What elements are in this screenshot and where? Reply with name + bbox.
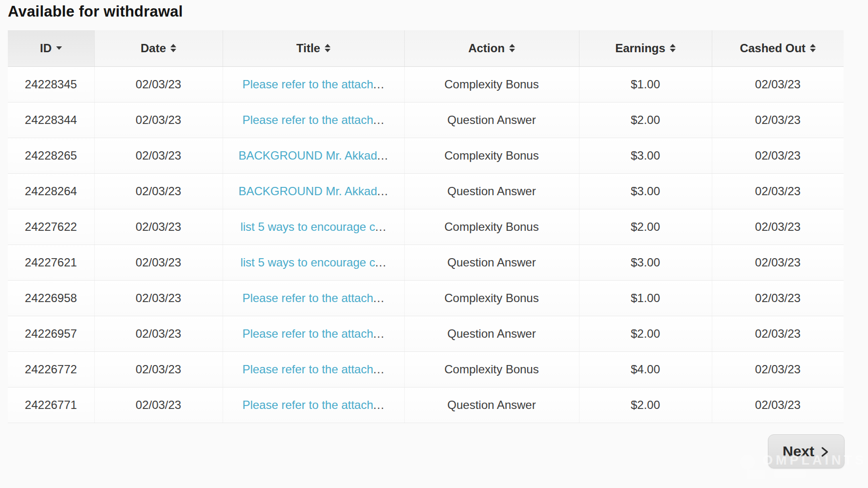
title-link[interactable]: Please refer to the attach... <box>242 291 384 305</box>
column-header-id[interactable]: ID <box>8 30 94 66</box>
column-header-date[interactable]: Date <box>94 30 223 66</box>
id-cell: 24226957 <box>8 316 94 351</box>
watermark-fragment <box>747 470 765 479</box>
date-cell: 02/03/23 <box>94 102 223 138</box>
table-row: 2422826502/03/23BACKGROUND Mr. Akkad...C… <box>8 138 844 173</box>
table-row: 2422695802/03/23Please refer to the atta… <box>8 280 844 316</box>
cashed-out-cell: 02/03/23 <box>712 244 844 280</box>
date-cell: 02/03/23 <box>94 351 223 387</box>
action-cell: Question Answer <box>404 316 579 351</box>
sort-both-icon <box>810 44 816 52</box>
title-ellipsis: ... <box>373 398 385 411</box>
title-link[interactable]: BACKGROUND Mr. Akkad... <box>238 184 388 198</box>
title-cell: list 5 ways to encourage c... <box>223 244 404 280</box>
earnings-cell: $1.00 <box>579 280 712 316</box>
title-link[interactable]: list 5 ways to encourage c... <box>240 220 386 233</box>
title-cell: list 5 ways to encourage c... <box>223 209 404 244</box>
date-cell: 02/03/23 <box>94 244 223 280</box>
table-row: 2422762202/03/23list 5 ways to encourage… <box>8 209 844 244</box>
id-cell: 24226772 <box>8 351 94 387</box>
id-cell: 24228345 <box>8 66 94 102</box>
action-cell: Question Answer <box>404 102 579 138</box>
page-title: Available for withdrawal <box>8 3 183 20</box>
chevron-right-icon <box>819 447 830 457</box>
title-cell: Please refer to the attach... <box>223 102 404 138</box>
title-link[interactable]: Please refer to the attach... <box>242 327 384 340</box>
action-cell: Complexity Bonus <box>404 209 579 244</box>
sort-both-icon <box>170 44 176 52</box>
earnings-cell: $2.00 <box>579 102 712 138</box>
title-cell: Please refer to the attach... <box>223 316 404 351</box>
cashed-out-cell: 02/03/23 <box>712 209 844 244</box>
title-cell: Please refer to the attach... <box>223 387 404 423</box>
column-header-id-label: ID <box>40 41 52 55</box>
table-row: 2422834502/03/23Please refer to the atta… <box>8 66 844 102</box>
title-ellipsis: ... <box>373 113 385 126</box>
title-link[interactable]: Please refer to the attach... <box>242 398 384 411</box>
title-ellipsis: ... <box>377 184 389 198</box>
table-row: 2422677202/03/23Please refer to the atta… <box>8 351 844 387</box>
column-header-action-label: Action <box>468 41 505 55</box>
column-header-title-label: Title <box>296 41 320 55</box>
date-cell: 02/03/23 <box>94 138 223 173</box>
date-cell: 02/03/23 <box>94 316 223 351</box>
id-cell: 24226771 <box>8 387 94 423</box>
title-ellipsis: ... <box>377 149 389 162</box>
column-header-date-label: Date <box>141 41 166 55</box>
cashed-out-cell: 02/03/23 <box>712 387 844 423</box>
cashed-out-cell: 02/03/23 <box>712 280 844 316</box>
column-header-action[interactable]: Action <box>404 30 579 66</box>
table-row: 2422677102/03/23Please refer to the atta… <box>8 387 844 423</box>
sort-both-icon <box>509 44 515 52</box>
cashed-out-cell: 02/03/23 <box>712 138 844 173</box>
action-cell: Complexity Bonus <box>404 351 579 387</box>
earnings-cell: $3.00 <box>579 173 712 209</box>
title-cell: Please refer to the attach... <box>223 280 404 316</box>
action-cell: Complexity Bonus <box>404 280 579 316</box>
title-ellipsis: ... <box>373 78 385 91</box>
title-ellipsis: ... <box>373 327 385 340</box>
title-link[interactable]: list 5 ways to encourage c... <box>240 256 386 269</box>
earnings-cell: $4.00 <box>579 351 712 387</box>
table-row: 2422695702/03/23Please refer to the atta… <box>8 316 844 351</box>
watermark-fragment <box>774 470 806 478</box>
column-header-earnings-label: Earnings <box>615 41 665 55</box>
id-cell: 24227621 <box>8 244 94 280</box>
next-button[interactable]: Next <box>768 434 845 468</box>
column-header-cashed-out-label: Cashed Out <box>740 41 806 55</box>
action-cell: Question Answer <box>404 173 579 209</box>
sort-both-icon <box>325 44 331 52</box>
date-cell: 02/03/23 <box>94 387 223 423</box>
sort-desc-icon <box>56 46 62 50</box>
title-cell: BACKGROUND Mr. Akkad... <box>223 138 404 173</box>
earnings-cell: $1.00 <box>579 66 712 102</box>
title-link[interactable]: Please refer to the attach... <box>242 78 384 91</box>
withdrawal-table: ID Date Title Action <box>8 30 844 423</box>
title-cell: BACKGROUND Mr. Akkad... <box>223 173 404 209</box>
table-header-row: ID Date Title Action <box>8 30 844 66</box>
earnings-cell: $2.00 <box>579 209 712 244</box>
earnings-cell: $2.00 <box>579 387 712 423</box>
title-ellipsis: ... <box>375 256 387 269</box>
column-header-cashed-out[interactable]: Cashed Out <box>712 30 844 66</box>
date-cell: 02/03/23 <box>94 173 223 209</box>
watermark-logo-icon <box>740 455 755 469</box>
title-link[interactable]: Please refer to the attach... <box>242 113 384 126</box>
table-body: 2422834502/03/23Please refer to the atta… <box>8 66 844 423</box>
title-ellipsis: ... <box>373 363 385 376</box>
column-header-title[interactable]: Title <box>223 30 404 66</box>
action-cell: Complexity Bonus <box>404 66 579 102</box>
title-link[interactable]: BACKGROUND Mr. Akkad... <box>238 149 388 162</box>
title-ellipsis: ... <box>373 291 385 305</box>
next-button-label: Next <box>783 443 814 460</box>
title-link[interactable]: Please refer to the attach... <box>242 363 384 376</box>
title-ellipsis: ... <box>375 220 387 233</box>
column-header-earnings[interactable]: Earnings <box>579 30 712 66</box>
action-cell: Question Answer <box>404 387 579 423</box>
table-row: 2422762102/03/23list 5 ways to encourage… <box>8 244 844 280</box>
id-cell: 24228265 <box>8 138 94 173</box>
cashed-out-cell: 02/03/23 <box>712 316 844 351</box>
cashed-out-cell: 02/03/23 <box>712 66 844 102</box>
id-cell: 24228264 <box>8 173 94 209</box>
table-row: 2422826402/03/23BACKGROUND Mr. Akkad...Q… <box>8 173 844 209</box>
